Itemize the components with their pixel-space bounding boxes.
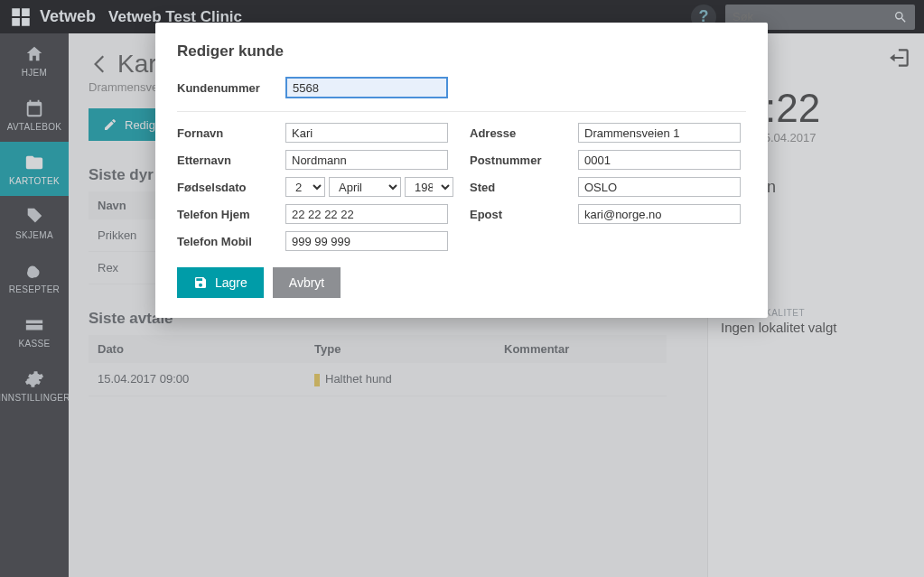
cancel-button[interactable]: Avbryt — [273, 267, 341, 298]
save-button[interactable]: Lagre — [177, 267, 264, 298]
telefon-mobil-input[interactable] — [285, 231, 448, 251]
logo-icon — [9, 5, 33, 29]
fodselsdato-label: Fødselsdato — [177, 181, 285, 194]
postnummer-label: Postnummer — [470, 154, 578, 167]
search-input[interactable] — [733, 10, 888, 23]
dob-day-select[interactable]: 2 — [285, 177, 325, 197]
logo: Vetweb — [9, 5, 96, 29]
modal-title: Rediger kunde — [177, 42, 746, 60]
save-icon — [193, 275, 208, 290]
save-button-label: Lagre — [215, 275, 247, 290]
kundenummer-input[interactable] — [285, 77, 448, 98]
fornavn-label: Fornavn — [177, 126, 285, 140]
telefon-hjem-label: Telefon Hjem — [177, 208, 285, 221]
sted-label: Sted — [470, 181, 578, 194]
kundenummer-label: Kundenummer — [177, 81, 285, 95]
etternavn-input[interactable] — [285, 150, 448, 170]
search-icon — [893, 10, 908, 24]
etternavn-label: Etternavn — [177, 154, 285, 167]
cancel-button-label: Avbryt — [289, 275, 324, 290]
brand-label: Vetweb — [40, 7, 96, 26]
epost-label: Epost — [470, 208, 578, 221]
fornavn-input[interactable] — [285, 123, 448, 143]
telefon-mobil-label: Telefon Mobil — [177, 235, 285, 248]
kundenummer-row: Kundenummer — [177, 77, 746, 98]
adresse-input[interactable] — [578, 123, 741, 143]
divider — [177, 111, 746, 112]
adresse-label: Adresse — [470, 126, 578, 140]
dob-year-select[interactable]: 1982 — [405, 177, 453, 197]
dob-month-select[interactable]: April — [329, 177, 401, 197]
telefon-hjem-input[interactable] — [285, 204, 448, 224]
postnummer-input[interactable] — [578, 150, 741, 170]
sted-input[interactable] — [578, 177, 741, 197]
epost-input[interactable] — [578, 204, 741, 224]
edit-customer-modal: Rediger kunde Kundenummer Fornavn Ettern… — [155, 23, 768, 318]
